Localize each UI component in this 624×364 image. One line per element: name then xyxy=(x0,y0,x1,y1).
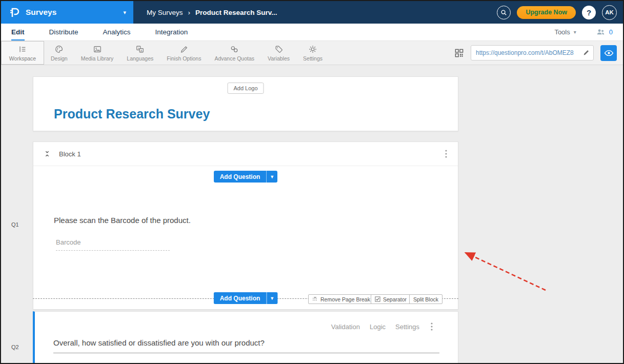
toolbar-item-label: Finish Options xyxy=(167,55,201,62)
toolbar-item-label: Languages xyxy=(127,55,153,62)
breadcrumb-current-survey: Product Research Surv... xyxy=(195,9,277,16)
toolbar-item-media-library[interactable]: Media Library xyxy=(74,41,120,65)
block-header: Block 1 xyxy=(33,142,458,166)
search-button[interactable] xyxy=(497,6,511,19)
upgrade-now-button[interactable]: Upgrade Now xyxy=(517,6,576,19)
toolbar-item-label: Variables xyxy=(268,55,290,62)
people-icon xyxy=(596,27,606,37)
tab-integration[interactable]: Integration xyxy=(155,24,188,41)
toolbar-item-label: Design xyxy=(51,55,68,62)
toolbar-item-label: Workspace xyxy=(9,55,36,62)
svg-text:x: x xyxy=(138,47,139,50)
toolbar-item-label: Settings xyxy=(303,55,323,62)
chevron-down-icon: ▼ xyxy=(270,174,274,179)
add-question-dropdown[interactable]: ▼ xyxy=(266,171,277,183)
toolbar-item-finish-options[interactable]: Finish Options xyxy=(160,41,208,65)
chevron-down-icon: ▾ xyxy=(123,9,126,16)
workspace-icon xyxy=(18,44,27,54)
pencil-edit-icon[interactable] xyxy=(582,49,590,56)
add-question-split-button[interactable]: Add Question ▼ xyxy=(214,292,278,304)
questionpro-logo-icon xyxy=(8,6,21,18)
advance-quotas-icon xyxy=(230,44,239,54)
validation-link[interactable]: Validation xyxy=(331,323,360,331)
toolbar-item-advance-quotas[interactable]: Advance Quotas xyxy=(208,41,261,65)
questionpro-survey-editor: Surveys ▾ My Surveys › Product Research … xyxy=(0,0,624,364)
tab-edit[interactable]: Edit xyxy=(11,24,25,41)
question-text[interactable]: Please scan the Barcode of the product. xyxy=(54,216,191,225)
toolbar-item-label: Media Library xyxy=(81,55,114,62)
page-break-icon xyxy=(312,296,318,302)
remove-page-break-label: Remove Page Break xyxy=(320,296,370,302)
svg-text:A: A xyxy=(140,49,143,52)
question-actions: Validation Logic Settings xyxy=(331,322,433,331)
question-text: Overall, how satisfied or dissatisfied a… xyxy=(53,338,265,347)
qr-code-icon[interactable] xyxy=(454,48,464,58)
question-card-selected: Validation Logic Settings Overall, how s… xyxy=(33,311,458,364)
design-palette-icon xyxy=(54,44,64,54)
editor-toolbar: Workspace Design Media Library xA Langua… xyxy=(1,41,623,65)
collaborators-count: 0 xyxy=(609,28,613,36)
barcode-answer-field[interactable]: Barcode xyxy=(56,238,170,251)
tabbar-right: Tools ▾ 0 xyxy=(554,24,613,41)
toolbar-item-variables[interactable]: Variables xyxy=(261,41,296,65)
toolbar-item-languages[interactable]: xA Languages xyxy=(120,41,160,65)
remove-page-break-button[interactable]: Remove Page Break xyxy=(308,294,374,304)
block-menu-kebab-icon[interactable] xyxy=(445,149,448,158)
survey-canvas: Q1 Q2 Add Logo Product Research Survey B… xyxy=(1,65,623,364)
question-number-label: Q2 xyxy=(11,344,19,350)
product-switcher[interactable]: Surveys ▾ xyxy=(1,1,133,24)
finish-options-icon xyxy=(179,44,189,54)
collaborators-indicator[interactable]: 0 xyxy=(596,27,613,37)
add-question-dropdown[interactable]: ▼ xyxy=(266,292,277,304)
split-block-label: Split Block xyxy=(413,296,438,302)
settings-link[interactable]: Settings xyxy=(395,323,419,331)
tab-distribute[interactable]: Distribute xyxy=(49,24,78,41)
help-button[interactable]: ? xyxy=(582,6,596,19)
block-card: Block 1 Add Question ▼ Please scan the B… xyxy=(33,141,458,310)
breadcrumb: My Surveys › Product Research Surv... xyxy=(147,9,277,16)
tab-analytics[interactable]: Analytics xyxy=(103,24,131,41)
chevron-down-icon: ▾ xyxy=(574,29,576,35)
add-question-button[interactable]: Add Question xyxy=(214,171,267,183)
split-block-button[interactable]: Split Block xyxy=(409,294,442,304)
search-icon xyxy=(500,9,508,16)
survey-header-card: Add Logo Product Research Survey xyxy=(33,76,458,131)
media-library-icon xyxy=(93,44,102,54)
logic-link[interactable]: Logic xyxy=(370,323,386,331)
toolbar-item-label: Advance Quotas xyxy=(214,55,254,62)
user-avatar[interactable]: AK xyxy=(602,5,617,20)
survey-title[interactable]: Product Research Survey xyxy=(54,107,210,122)
survey-url-input[interactable] xyxy=(471,45,594,60)
variables-tag-icon xyxy=(274,44,284,54)
breadcrumb-separator-icon: › xyxy=(188,9,191,16)
separator-button[interactable]: Separator xyxy=(371,294,411,304)
tools-menu[interactable]: Tools ▾ xyxy=(554,28,576,36)
block-title[interactable]: Block 1 xyxy=(59,150,81,158)
topbar-actions: Upgrade Now ? AK xyxy=(497,5,623,20)
toolbar-item-workspace[interactable]: Workspace xyxy=(1,41,44,65)
top-navigation-bar: Surveys ▾ My Surveys › Product Research … xyxy=(1,1,623,24)
page-break-row: Add Question ▼ Remove Page Break Separat… xyxy=(33,292,458,305)
survey-url-field-wrap xyxy=(471,45,594,60)
add-question-button[interactable]: Add Question xyxy=(214,292,267,304)
section-tabs: Edit Distribute Analytics Integration To… xyxy=(1,24,623,41)
collapse-block-icon[interactable] xyxy=(44,150,51,157)
add-question-row: Add Question ▼ xyxy=(33,171,458,183)
chevron-down-icon: ▼ xyxy=(270,296,274,301)
languages-icon: xA xyxy=(135,44,145,54)
question-menu-kebab-icon[interactable] xyxy=(430,322,433,331)
question-text-editor[interactable]: Overall, how satisfied or dissatisfied a… xyxy=(53,338,439,353)
eye-preview-icon xyxy=(604,48,614,58)
question-number-label: Q1 xyxy=(11,221,19,228)
settings-gear-icon xyxy=(308,44,317,54)
toolbar-item-design[interactable]: Design xyxy=(44,41,74,65)
breadcrumb-my-surveys[interactable]: My Surveys xyxy=(147,9,183,16)
separator-label: Separator xyxy=(383,296,407,302)
preview-survey-button[interactable] xyxy=(600,45,617,61)
add-logo-button[interactable]: Add Logo xyxy=(227,83,264,94)
separator-checkbox-icon xyxy=(375,296,380,302)
toolbar-item-settings[interactable]: Settings xyxy=(296,41,329,65)
toolbar-right xyxy=(454,41,623,65)
tools-label: Tools xyxy=(554,28,570,36)
add-question-split-button[interactable]: Add Question ▼ xyxy=(214,171,278,183)
